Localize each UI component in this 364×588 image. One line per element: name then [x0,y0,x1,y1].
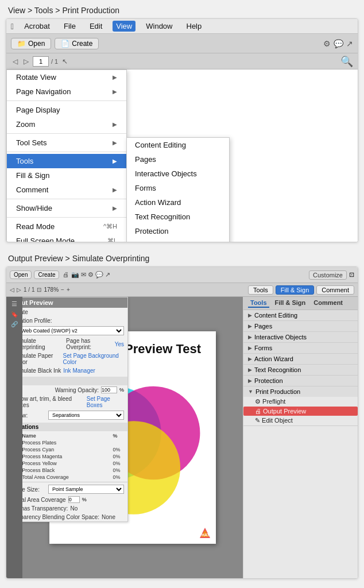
menu-tool-sets[interactable]: Tool Sets ▶ [7,136,126,150]
create-button[interactable]: 📄 Create [55,38,99,49]
fill-sign-label: Fill & Sign [16,171,50,180]
rp-tools-tab[interactable]: Tools [248,299,269,308]
read-mode-shortcut: ^⌘H [103,223,117,230]
rp-pp-header[interactable]: ▼ Print Production [243,386,358,397]
rp-prot-header[interactable]: ▶ Protection [243,376,358,386]
rp-pp-arrow: ▼ [248,389,253,394]
menu-page-navigation[interactable]: Page Navigation ▶ [7,84,126,99]
rp-tr-label: Text Recognition [254,366,301,373]
open-button[interactable]: 📁 Open [11,38,51,49]
left-icon-1: ☰ [11,300,17,308]
comment-tab[interactable]: Comment [316,285,354,295]
back-icon[interactable]: ◁ [11,57,20,66]
rp-preflight-label: Preflight [262,398,285,405]
rp-print-production: ▼ Print Production ⚙ Preflight 🖨 Output … [243,386,358,426]
op-sample-select[interactable]: Point Sample [48,485,124,494]
left-icon-2: 🔖 [11,311,18,318]
op-profile-row: Simulation Profile: [22,316,127,325]
create-icon: 📄 [61,40,69,48]
menu-tools[interactable]: Tools ▶ [7,154,126,168]
rp-aw-arrow: ▶ [248,356,252,362]
show-hide-arrow: ▶ [113,205,117,211]
menubar-view[interactable]: View [113,21,135,32]
share-icon: ↗ [346,39,353,48]
rp-comment-tab[interactable]: Comment [311,299,345,308]
bottom-open-btn[interactable]: Open [10,270,32,279]
submenu-document-processing[interactable]: Document Processing [127,238,229,242]
menu-fill-sign[interactable]: Fill & Sign [7,168,126,183]
sep-1 [7,100,126,101]
customize-button[interactable]: Customize [309,270,347,280]
nav-prev[interactable]: ◁ [10,287,14,293]
comment-arrow: ▶ [113,187,117,193]
fit-icon[interactable]: ⊡ [37,287,41,293]
zoom-plus[interactable]: + [67,287,70,293]
op-tac-value-input[interactable] [68,496,80,503]
rp-eo-icon: ✎ [255,417,262,424]
op-magenta-name: Process Magenta [22,453,111,460]
submenu-protection[interactable]: Protection [127,224,229,238]
op-profile-select[interactable]: U.S. Web Coated (SWOP) v2 [22,326,124,335]
rp-protection: ▶ Protection [243,376,358,386]
submenu-pages[interactable]: Pages [127,152,229,167]
op-paper-color-row: Simulate Paper Color Set Page Background… [22,351,127,366]
fill-sign-tab[interactable]: Fill & Sign [276,285,315,295]
op-simulate-label: Simulate [22,309,46,315]
rp-prot-label: Protection [254,377,283,384]
rp-aw-header[interactable]: ▶ Action Wizard [243,354,358,364]
op-ink-manager-label: Ink Manager [63,368,95,374]
nav-next[interactable]: ▷ [17,287,21,293]
rp-forms-header[interactable]: ▶ Forms [243,343,358,353]
menubar-acrobat[interactable]: Acrobat [21,21,53,32]
menu-page-display[interactable]: Page Display [7,103,126,117]
op-yellow-pct: 0% [111,460,131,467]
menubar-help[interactable]: Help [183,21,206,32]
op-preview-select[interactable]: Separations [48,411,124,420]
rp-output-preview[interactable]: 🖨 Output Preview [243,407,358,416]
page-number-input[interactable] [33,56,49,67]
rp-pages-header[interactable]: ▶ Pages [243,321,358,331]
rp-interactive-header[interactable]: ▶ Interactive Objects [243,332,358,342]
menubar-file[interactable]: File [60,21,79,32]
menu-comment[interactable]: Comment ▶ [7,183,126,197]
op-warning-opacity-input[interactable] [101,386,117,393]
zoom-minus[interactable]: − [61,287,64,293]
rp-preflight[interactable]: ⚙ Preflight [243,397,358,407]
op-preview-row: Preview: Separations [22,409,127,421]
rp-pages-label: Pages [254,323,272,330]
rp-content-editing-header[interactable]: ▶ Content Editing [243,310,358,320]
submenu-action-wizard[interactable]: Action Wizard [127,195,229,210]
rp-op-label: Output Preview [263,408,306,415]
op-sep-yellow: Process Yellow 0% [22,460,131,467]
op-page-overprint-label: Page has Overprint: [66,338,113,350]
top-section-label: View > Tools > Print Production [0,0,364,18]
forward-icon[interactable]: ▷ [22,57,30,66]
submenu-forms[interactable]: Forms [127,181,229,195]
bottom-create-btn[interactable]: Create [34,270,59,279]
rp-fill-sign-tab[interactable]: Fill & Sign [273,299,308,308]
rp-edit-object[interactable]: ✎ Edit Object [243,416,358,425]
op-black-pct: 0% [111,467,131,474]
comment-icon: 💬 [334,39,343,48]
menubar-window[interactable]: Window [142,21,176,32]
menu-zoom[interactable]: Zoom ▶ [7,117,126,131]
cursor-icon[interactable]: ↖ [60,57,69,66]
submenu-interactive-objects[interactable]: Interactive Objects [127,167,229,181]
submenu-content-editing[interactable]: Content Editing [127,138,229,152]
tools-tab[interactable]: Tools [248,285,273,295]
rp-tr-header[interactable]: ▶ Text Recognition [243,365,358,375]
op-transparency-row: Page has Transparency: No [22,504,127,513]
menubar-edit[interactable]: Edit [86,21,106,32]
op-sep-cyan: Process Cyan 0% [22,446,131,453]
op-show-section-title: Show [22,377,127,385]
op-col-pct: % [111,432,131,439]
document-canvas: Overprint Preview Test HAT [22,297,243,578]
menu-read-mode[interactable]: Read Mode ^⌘H [7,219,126,234]
menu-show-hide[interactable]: Show/Hide ▶ [7,201,126,215]
submenu-text-recognition[interactable]: Text Recognition [127,210,229,224]
menu-rotate-view[interactable]: Rotate View ▶ [7,70,126,84]
menu-fullscreen[interactable]: Full Screen Mode ⌘L [7,234,126,242]
rp-text-recognition: ▶ Text Recognition [243,365,358,376]
resize-icon: ⊡ [349,271,354,278]
sep-5 [7,217,126,218]
